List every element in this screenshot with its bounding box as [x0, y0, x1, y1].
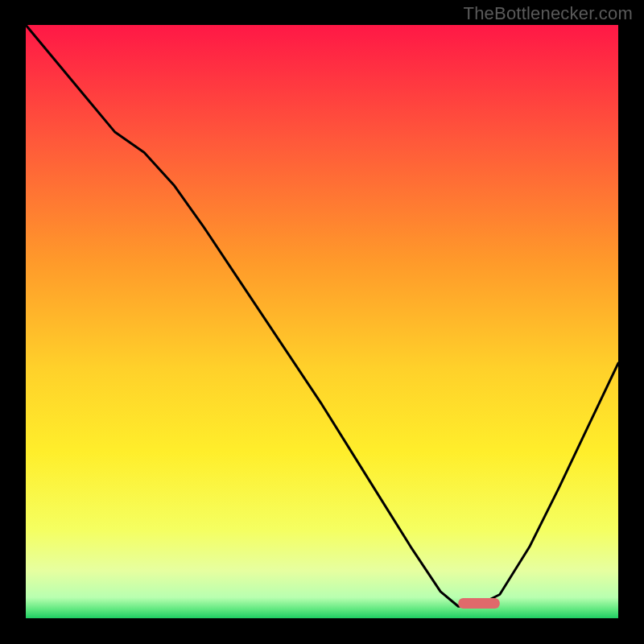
plot-background — [26, 25, 618, 618]
chart-svg — [0, 0, 644, 644]
optimal-marker — [458, 598, 500, 609]
watermark-text: TheBottlenecker.com — [464, 3, 633, 24]
bottleneck-chart: TheBottlenecker.com — [0, 0, 644, 644]
